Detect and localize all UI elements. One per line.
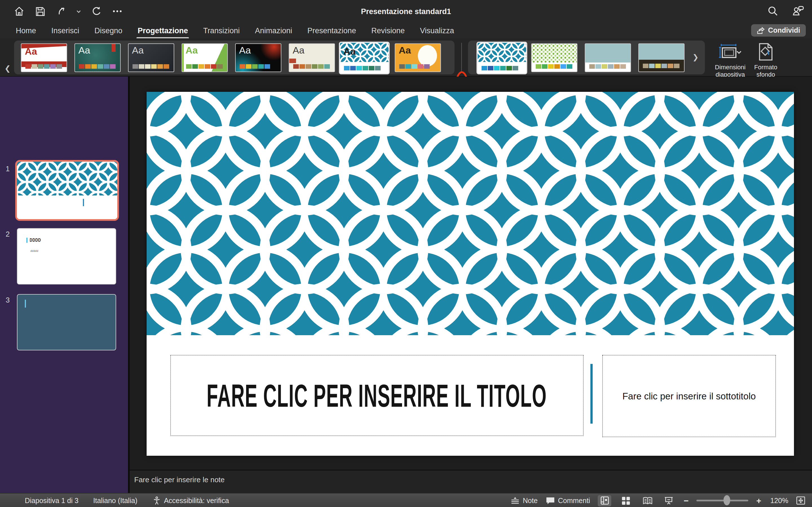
variants-scroll-right-icon[interactable]: ❯ <box>693 53 699 61</box>
theme-color-strip <box>344 66 380 70</box>
slide-number-3: 3 <box>6 296 10 304</box>
slide-size-icon <box>719 43 742 61</box>
tab-revisione[interactable]: Revisione <box>371 26 405 35</box>
variant-color-strip <box>481 66 518 70</box>
slide-number-1: 1 <box>6 165 10 173</box>
undo-icon[interactable] <box>55 6 66 17</box>
title-bar: Presentazione standard1 <box>0 0 812 23</box>
text-cursor <box>83 199 84 206</box>
notes-placeholder-text: Fare clic per inserire le note <box>134 475 225 484</box>
zoom-percentage[interactable]: 120% <box>769 497 788 504</box>
variants-gallery: ❯ <box>468 41 705 74</box>
variant-color-strip <box>643 64 679 68</box>
title-placeholder[interactable]: FARE CLIC PER INSERIRE IL TITOLO <box>170 355 583 436</box>
format-background-button[interactable]: Formato sfondo <box>751 43 780 78</box>
language-indicator[interactable]: Italiano (Italia) <box>93 497 137 504</box>
slide-size-label-1: Dimensioni <box>712 64 749 71</box>
theme-thumbnail-3[interactable]: Aa <box>128 43 174 72</box>
theme-aa-label: Aa <box>343 46 356 57</box>
tab-animazioni[interactable]: Animazioni <box>255 26 292 35</box>
tab-transizioni[interactable]: Transizioni <box>203 26 240 35</box>
slide-editing-surface[interactable]: FARE CLIC PER INSERIRE IL TITOLO Fare cl… <box>147 92 794 456</box>
theme-thumbnail-1[interactable]: Aa <box>21 43 67 72</box>
tab-inserisci[interactable]: Inserisci <box>51 26 79 35</box>
text-cursor <box>25 300 26 307</box>
theme-thumbnail-6[interactable]: Aa <box>289 43 335 72</box>
theme-aa-label: Aa <box>132 45 144 56</box>
theme-thumbnail-5[interactable]: Aa <box>235 43 282 72</box>
theme-color-strip <box>240 64 270 69</box>
slide-sorter-view-button[interactable] <box>619 495 633 506</box>
accessibility-checker[interactable]: Accessibilità: verifica <box>152 496 229 505</box>
title-placeholder-text: FARE CLIC PER INSERIRE IL TITOLO <box>207 377 547 414</box>
zoom-slider[interactable] <box>696 500 748 502</box>
tab-disegno[interactable]: Disegno <box>94 26 122 35</box>
undo-dropdown-chevron-icon[interactable] <box>76 9 81 14</box>
theme-color-strip <box>79 64 115 69</box>
theme-aa-label: Aa <box>399 45 411 56</box>
variant-thumbnail-selected[interactable] <box>476 42 527 74</box>
variant-thumbnail-4[interactable] <box>638 43 684 72</box>
comments-toggle-label: Commenti <box>558 497 590 504</box>
theme-color-strip <box>186 64 222 69</box>
theme-thumbnail-selected[interactable]: Aa <box>339 42 390 74</box>
home-icon[interactable] <box>13 6 25 17</box>
slide-thumbnail-2[interactable]: DDDD ddddd <box>17 228 116 284</box>
theme-color-strip <box>133 64 169 69</box>
theme-aa-label: Aa <box>239 45 251 56</box>
slide-number-2: 2 <box>6 230 10 238</box>
theme-thumbnail-8[interactable]: Aa <box>395 43 441 72</box>
tab-visualizza[interactable]: Visualizza <box>420 26 454 35</box>
share-icon <box>757 27 765 34</box>
variant-thumbnail-3[interactable] <box>585 43 631 72</box>
notes-icon <box>511 497 519 504</box>
presence-people-icon[interactable] <box>792 6 804 16</box>
search-icon[interactable] <box>767 6 778 16</box>
variant-art <box>585 44 630 62</box>
notes-toggle-label: Note <box>523 497 538 504</box>
variant-color-strip <box>589 64 626 69</box>
variant-art <box>532 44 577 62</box>
save-icon[interactable] <box>35 6 46 17</box>
editing-canvas: FARE CLIC PER INSERIRE IL TITOLO Fare cl… <box>130 76 812 470</box>
rings-pattern <box>477 43 526 62</box>
normal-view-button[interactable] <box>598 495 612 506</box>
fit-slide-to-window-button[interactable] <box>796 496 805 505</box>
redo-icon[interactable] <box>91 6 102 17</box>
notes-toggle[interactable]: Note <box>511 497 538 504</box>
theme-thumbnail-4[interactable]: Aa <box>182 43 228 72</box>
slide1-white-area <box>17 198 117 219</box>
notes-pane[interactable]: Fare clic per inserire le note <box>130 470 812 494</box>
format-background-icon <box>758 43 773 61</box>
subtitle-placeholder-text: Fare clic per inserire il sottotitolo <box>622 391 756 401</box>
zoom-slider-knob[interactable] <box>723 496 730 506</box>
subtitle-placeholder[interactable]: Fare clic per inserire il sottotitolo <box>602 355 776 437</box>
gallery-divider <box>461 43 462 72</box>
zoom-out-button[interactable]: − <box>684 496 689 505</box>
comments-icon <box>546 497 555 504</box>
zoom-in-button[interactable]: + <box>756 496 761 505</box>
tab-presentazione[interactable]: Presentazione <box>307 26 356 35</box>
tab-progettazione[interactable]: Progettazione <box>138 26 188 35</box>
slide2-body-text: ddddd <box>31 249 38 252</box>
slide-thumbnail-3[interactable] <box>17 294 116 350</box>
more-options-icon[interactable] <box>112 6 123 17</box>
powerpoint-window: Presentazione standard1 Home Inserisci D… <box>0 0 812 507</box>
format-background-label-1: Formato <box>751 64 780 71</box>
slide-size-button[interactable]: Dimensioni diapositiva <box>712 43 749 78</box>
slide-counter[interactable]: Diapositiva 1 di 3 <box>25 497 79 504</box>
comments-toggle[interactable]: Commenti <box>546 497 590 504</box>
slideshow-view-button[interactable] <box>662 495 676 506</box>
theme-thumbnail-2[interactable]: Aa <box>74 43 121 72</box>
accessibility-icon <box>152 496 161 505</box>
share-button[interactable]: Condividi <box>751 24 806 37</box>
share-button-label: Condividi <box>768 26 800 34</box>
themes-scroll-left-icon[interactable]: ❮ <box>4 64 11 73</box>
slide2-title-text: DDDD <box>27 238 41 243</box>
accent-divider-line <box>591 364 592 424</box>
tab-home[interactable]: Home <box>16 26 36 35</box>
variant-thumbnail-2[interactable] <box>531 43 577 72</box>
slide-thumbnail-1-selected[interactable] <box>15 160 119 221</box>
theme-color-strip <box>399 64 429 69</box>
reading-view-button[interactable] <box>641 495 654 506</box>
